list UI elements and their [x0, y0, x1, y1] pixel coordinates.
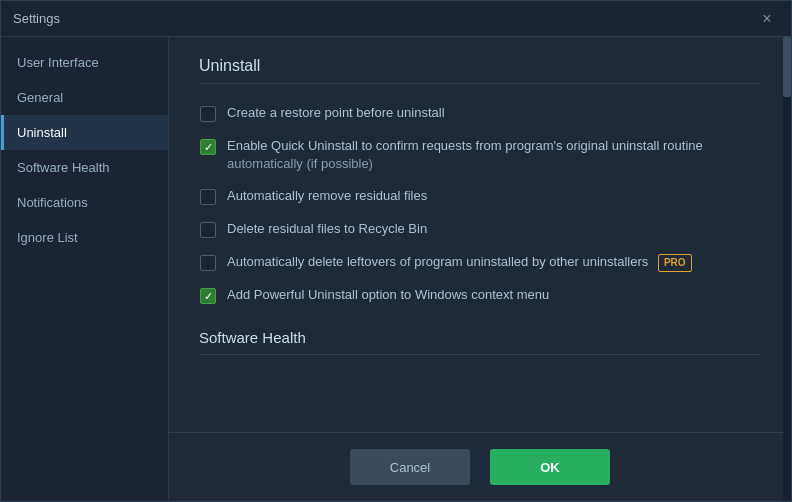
option-quick-uninstall: Enable Quick Uninstall to confirm reques…	[199, 137, 761, 173]
dialog-title: Settings	[13, 11, 60, 26]
sidebar-item-user-interface[interactable]: User Interface	[1, 45, 168, 80]
checkbox-quick-uninstall-wrap	[199, 138, 217, 156]
sidebar-item-notifications[interactable]: Notifications	[1, 185, 168, 220]
sidebar-item-uninstall[interactable]: Uninstall	[1, 115, 168, 150]
title-bar: Settings ×	[1, 1, 791, 37]
software-health-section-title: Software Health	[199, 329, 761, 355]
settings-dialog: Settings × User Interface General Uninst…	[0, 0, 792, 502]
sidebar-item-label: Notifications	[17, 195, 88, 210]
checkbox-delete-recycle[interactable]	[200, 222, 216, 238]
sidebar-item-general[interactable]: General	[1, 80, 168, 115]
scrollbar-track	[783, 37, 791, 501]
sidebar: User Interface General Uninstall Softwar…	[1, 37, 169, 501]
uninstall-section-title: Uninstall	[199, 57, 761, 84]
scrollbar-thumb[interactable]	[783, 37, 791, 97]
close-button[interactable]: ×	[755, 7, 779, 31]
option-remove-residual: Automatically remove residual files	[199, 187, 761, 206]
option-delete-recycle: Delete residual files to Recycle Bin	[199, 220, 761, 239]
checkbox-remove-residual[interactable]	[200, 189, 216, 205]
option-quick-uninstall-label: Enable Quick Uninstall to confirm reques…	[227, 137, 703, 173]
checkbox-context-menu[interactable]	[200, 288, 216, 304]
checkbox-auto-delete[interactable]	[200, 255, 216, 271]
option-auto-delete: Automatically delete leftovers of progra…	[199, 253, 761, 272]
checkbox-auto-delete-wrap	[199, 254, 217, 272]
dialog-content: User Interface General Uninstall Softwar…	[1, 37, 791, 501]
option-remove-residual-label: Automatically remove residual files	[227, 187, 427, 205]
option-auto-delete-label: Automatically delete leftovers of progra…	[227, 253, 692, 272]
checkbox-delete-recycle-wrap	[199, 221, 217, 239]
checkbox-restore-point-wrap	[199, 105, 217, 123]
main-content: Uninstall Create a restore point before …	[169, 37, 791, 432]
sidebar-item-label: Software Health	[17, 160, 110, 175]
pro-badge: PRO	[658, 254, 692, 272]
dialog-footer: Cancel OK	[169, 432, 791, 501]
sidebar-item-ignore-list[interactable]: Ignore List	[1, 220, 168, 255]
main-panel: Uninstall Create a restore point before …	[169, 37, 791, 501]
checkbox-quick-uninstall[interactable]	[200, 139, 216, 155]
sidebar-item-label: User Interface	[17, 55, 99, 70]
option-restore-point-label: Create a restore point before uninstall	[227, 104, 445, 122]
ok-button[interactable]: OK	[490, 449, 610, 485]
cancel-button[interactable]: Cancel	[350, 449, 470, 485]
sidebar-item-label: Uninstall	[17, 125, 67, 140]
option-context-menu-label: Add Powerful Uninstall option to Windows…	[227, 286, 549, 304]
checkbox-restore-point[interactable]	[200, 106, 216, 122]
checkbox-remove-residual-wrap	[199, 188, 217, 206]
sidebar-item-software-health[interactable]: Software Health	[1, 150, 168, 185]
option-delete-recycle-label: Delete residual files to Recycle Bin	[227, 220, 427, 238]
option-context-menu: Add Powerful Uninstall option to Windows…	[199, 286, 761, 305]
sidebar-item-label: General	[17, 90, 63, 105]
checkbox-context-menu-wrap	[199, 287, 217, 305]
option-restore-point: Create a restore point before uninstall	[199, 104, 761, 123]
sidebar-item-label: Ignore List	[17, 230, 78, 245]
